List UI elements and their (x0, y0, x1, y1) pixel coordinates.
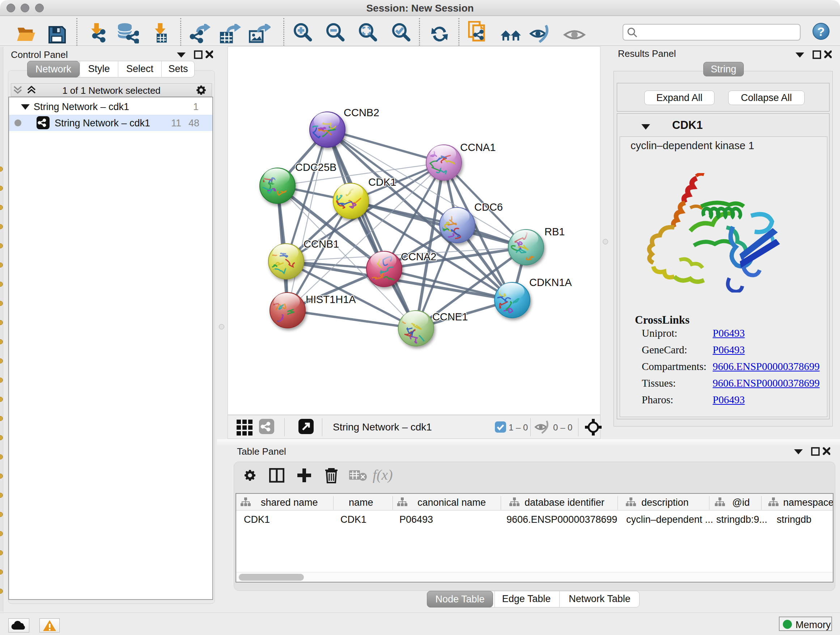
svg-text:CCNB1: CCNB1 (303, 238, 339, 250)
svg-text:CCNB2: CCNB2 (344, 107, 379, 119)
svg-text:CDK1: CDK1 (368, 176, 396, 188)
svg-text:CCNE1: CCNE1 (432, 311, 468, 323)
svg-text:CDC6: CDC6 (474, 201, 503, 213)
svg-text:CDC25B: CDC25B (295, 162, 336, 173)
svg-text:RB1: RB1 (545, 226, 565, 238)
svg-text:CDKN1A: CDKN1A (529, 277, 572, 288)
svg-text:HIST1H1A: HIST1H1A (306, 294, 356, 305)
svg-text:CCNA1: CCNA1 (460, 141, 496, 153)
svg-text:CCNA2: CCNA2 (401, 251, 436, 263)
